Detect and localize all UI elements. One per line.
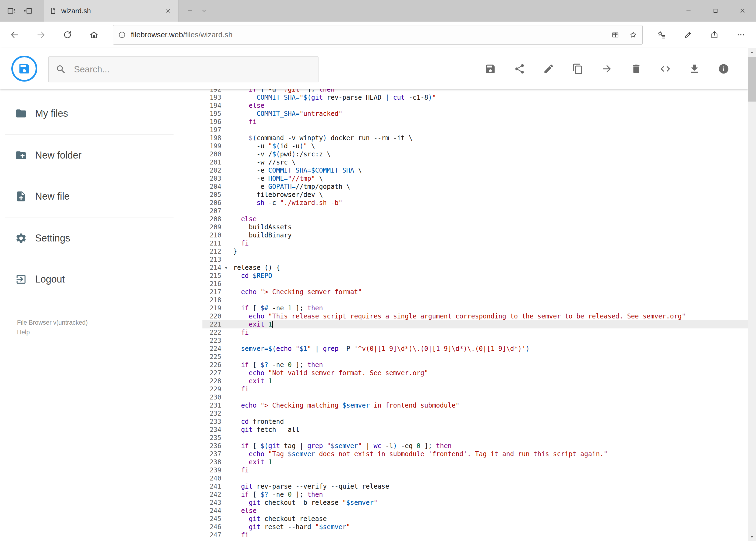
site-info-icon[interactable]: [118, 31, 126, 39]
favorite-button[interactable]: [627, 28, 640, 41]
download-button[interactable]: [686, 61, 702, 77]
share-button[interactable]: [511, 61, 528, 77]
code-line-219[interactable]: 219 if [ $# -ne 1 ]; then: [202, 304, 748, 312]
raw-code-button[interactable]: [657, 61, 673, 77]
search-bar[interactable]: [48, 56, 319, 82]
share-page-button[interactable]: [707, 27, 722, 42]
page-scrollbar[interactable]: [748, 48, 756, 541]
code-line-226[interactable]: 226 if [ $? -ne 0 ]; then: [202, 361, 748, 369]
code-line-204[interactable]: 204 -e GOPATH=//tmp/gopath \: [202, 183, 748, 191]
code-line-245[interactable]: 245 git checkout release: [202, 515, 748, 523]
sidebar-item-my-files[interactable]: My files: [0, 101, 202, 126]
search-input[interactable]: [74, 57, 318, 82]
code-line-202[interactable]: 202 -e COMMIT_SHA=$COMMIT_SHA \: [202, 166, 748, 175]
code-line-206[interactable]: 206 sh -c "./wizard.sh -b": [202, 199, 748, 207]
info-button[interactable]: [715, 61, 732, 77]
back-button[interactable]: [7, 27, 22, 42]
code-line-200[interactable]: 200 -v /$(pwd):/src:z \: [202, 150, 748, 158]
sidebar-item-new-folder[interactable]: New folder: [0, 143, 202, 168]
code-line-230[interactable]: 230: [202, 393, 748, 401]
code-line-239[interactable]: 239 fi: [202, 466, 748, 474]
code-line-229[interactable]: 229 fi: [202, 385, 748, 393]
code-line-224[interactable]: 224 semver=$(echo "$1" | grep -P '^v(0|[…: [202, 345, 748, 353]
code-line-193[interactable]: 193 COMMIT_SHA="$(git rev-parse HEAD | c…: [202, 94, 748, 102]
refresh-button[interactable]: [60, 27, 75, 42]
new-tab-button[interactable]: [182, 3, 197, 18]
code-line-196[interactable]: 196 fi: [202, 118, 748, 126]
scroll-down-button[interactable]: [748, 533, 756, 541]
code-line-197[interactable]: 197: [202, 126, 748, 134]
forward-button[interactable]: [34, 27, 49, 42]
code-line-214[interactable]: 214▾release () {: [202, 264, 748, 272]
help-link[interactable]: Help: [17, 327, 88, 337]
more-options-button[interactable]: [733, 27, 748, 42]
scroll-up-button[interactable]: [748, 48, 756, 56]
tab-list-button[interactable]: [197, 3, 210, 18]
code-line-212[interactable]: 212}: [202, 248, 748, 256]
set-tabs-aside-button[interactable]: [21, 3, 36, 18]
code-line-238[interactable]: 238 exit 1: [202, 458, 748, 466]
code-line-209[interactable]: 209 buildAssets: [202, 223, 748, 231]
code-line-240[interactable]: 240: [202, 474, 748, 482]
fold-marker-icon[interactable]: ▾: [224, 264, 233, 272]
copy-button[interactable]: [570, 61, 586, 77]
code-line-223[interactable]: 223: [202, 336, 748, 345]
code-line-244[interactable]: 244 else: [202, 507, 748, 515]
code-line-195[interactable]: 195 COMMIT_SHA="untracked": [202, 110, 748, 118]
code-line-198[interactable]: 198 $(command -v winpty) docker run --rm…: [202, 134, 748, 142]
scrollbar-thumb[interactable]: [748, 57, 756, 102]
minimize-button[interactable]: [675, 0, 702, 22]
sidebar-item-new-file[interactable]: New file: [0, 184, 202, 209]
hub-button[interactable]: [654, 27, 669, 42]
code-line-237[interactable]: 237 echo "Tag $semver does not exist in …: [202, 450, 748, 458]
address-bar[interactable]: filebrowser.web/files/wizard.sh: [113, 25, 642, 45]
code-line-233[interactable]: 233 cd frontend: [202, 417, 748, 426]
code-line-203[interactable]: 203 -e HOME="//tmp" \: [202, 175, 748, 183]
code-line-211[interactable]: 211 fi: [202, 239, 748, 248]
code-line-205[interactable]: 205 filebrowser/dev \: [202, 191, 748, 199]
code-line-235[interactable]: 235: [202, 434, 748, 442]
code-line-234[interactable]: 234 git fetch --all: [202, 426, 748, 434]
code-line-194[interactable]: 194 else: [202, 102, 748, 110]
code-line-227[interactable]: 227 echo "Not valid semver format. See s…: [202, 369, 748, 377]
code-line-217[interactable]: 217 echo "> Checking semver format": [202, 288, 748, 296]
code-line-220[interactable]: 220 echo "This release script requires a…: [202, 312, 748, 320]
code-line-199[interactable]: 199 -u "$(id -u)" \: [202, 142, 748, 150]
web-note-button[interactable]: [680, 27, 695, 42]
edit-button[interactable]: [541, 61, 557, 77]
save-button[interactable]: [482, 61, 499, 77]
code-line-231[interactable]: 231 echo "> Checking matching $semver in…: [202, 401, 748, 409]
code-line-222[interactable]: 222 fi: [202, 328, 748, 336]
code-line-218[interactable]: 218: [202, 296, 748, 304]
code-line-213[interactable]: 213: [202, 256, 748, 264]
code-line-236[interactable]: 236 if [ $(git tag | grep "$semver" | wc…: [202, 442, 748, 450]
reading-view-button[interactable]: [609, 28, 622, 41]
code-line-228[interactable]: 228 exit 1: [202, 377, 748, 385]
code-line-215[interactable]: 215 cd $REPO: [202, 272, 748, 280]
tab-close-button[interactable]: [163, 5, 173, 16]
home-button[interactable]: [86, 27, 102, 42]
code-line-192[interactable]: 192 if [ -d ".git" ]; then: [202, 89, 748, 94]
delete-button[interactable]: [628, 61, 644, 77]
code-line-221[interactable]: 221 exit 1: [202, 320, 748, 328]
code-line-247[interactable]: 247 fi: [202, 531, 748, 539]
tabs-aside-button[interactable]: [4, 3, 19, 18]
move-button[interactable]: [599, 61, 615, 77]
sidebar-item-settings[interactable]: Settings: [0, 226, 202, 251]
code-line-210[interactable]: 210 buildBinary: [202, 231, 748, 239]
code-line-241[interactable]: 241 git rev-parse --verify --quiet relea…: [202, 482, 748, 490]
maximize-button[interactable]: [702, 0, 729, 22]
close-button[interactable]: [729, 0, 756, 22]
code-line-243[interactable]: 243 git checkout -b release "$semver": [202, 499, 748, 507]
browser-tab[interactable]: wizard.sh: [44, 0, 179, 22]
code-editor[interactable]: 192 if [ -d ".git" ]; then193 COMMIT_SHA…: [202, 89, 748, 541]
app-logo[interactable]: [11, 56, 37, 82]
code-line-208[interactable]: 208 else: [202, 215, 748, 223]
code-line-225[interactable]: 225: [202, 353, 748, 361]
code-line-232[interactable]: 232: [202, 409, 748, 417]
code-line-201[interactable]: 201 -w //src \: [202, 158, 748, 166]
code-line-246[interactable]: 246 git reset --hard "$semver": [202, 523, 748, 531]
code-line-242[interactable]: 242 if [ $? -ne 0 ]; then: [202, 490, 748, 499]
sidebar-item-logout[interactable]: Logout: [0, 267, 202, 291]
code-line-207[interactable]: 207: [202, 207, 748, 215]
